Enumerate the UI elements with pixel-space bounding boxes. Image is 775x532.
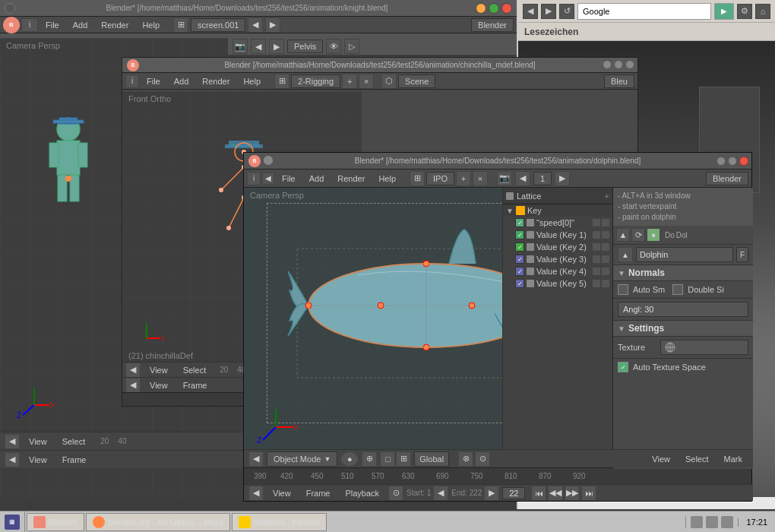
dolph-frame-tl-btn[interactable]: Frame bbox=[300, 487, 337, 499]
dolph-view-icon1[interactable]: □ bbox=[380, 451, 395, 467]
eye-restrict-icon[interactable] bbox=[593, 219, 600, 226]
dolph-mark-menu-b[interactable]: Mark bbox=[718, 453, 748, 465]
dolph-tl-arrow[interactable]: ◀ bbox=[248, 486, 264, 501]
dolph-play-back-btn[interactable]: ◀◀ bbox=[548, 486, 563, 501]
dolph-pivot-btn[interactable]: ● bbox=[340, 451, 359, 467]
global-selector[interactable]: Global bbox=[414, 451, 449, 467]
tray-icon-3[interactable] bbox=[721, 516, 733, 528]
chin-btn2[interactable] bbox=[614, 60, 623, 69]
dolph-workspace-sel[interactable]: IPO bbox=[426, 172, 454, 185]
val3-render-icon[interactable] bbox=[602, 255, 609, 263]
chin-file-menu[interactable]: File bbox=[141, 75, 166, 87]
dolph-camera2-icon[interactable]: 📷 bbox=[497, 171, 512, 186]
outliner-val4-row[interactable]: ✓ Value (Key 4) bbox=[503, 265, 612, 277]
dolph-render-menu[interactable]: Render bbox=[331, 173, 371, 185]
pelvis-selector[interactable]: Pelvis bbox=[287, 40, 323, 53]
dolph-next-key-btn[interactable]: ⏭ bbox=[581, 486, 596, 501]
dolph-min-btn[interactable] bbox=[716, 157, 726, 166]
render-restrict-icon[interactable] bbox=[602, 219, 609, 226]
val2-eye-icon[interactable] bbox=[593, 243, 600, 251]
main-maximize-btn[interactable] bbox=[489, 3, 499, 14]
dolph-end-arrow-r[interactable]: ▶ bbox=[484, 486, 499, 501]
chin-view-icon1[interactable]: ◀ bbox=[125, 363, 141, 378]
browser-back-btn[interactable]: ◀ bbox=[523, 4, 538, 19]
browser-prefs-btn[interactable]: ⚙ bbox=[737, 4, 752, 19]
dolph-frame-num[interactable]: 1 bbox=[533, 172, 552, 185]
dolph-close-btn[interactable] bbox=[739, 157, 748, 166]
dolph-mode-arrow[interactable]: ◀ bbox=[248, 451, 264, 467]
main-tl-left-btn[interactable]: ◀ bbox=[5, 452, 20, 467]
tray-icon-2[interactable] bbox=[706, 516, 718, 528]
outliner-speed-row[interactable]: ✓ "speed[0]" bbox=[503, 217, 612, 229]
val3-check[interactable]: ✓ bbox=[515, 255, 524, 264]
normals-section-header[interactable]: ▼ Normals bbox=[613, 265, 753, 281]
settings-section-header[interactable]: ▼ Settings bbox=[613, 321, 753, 337]
outliner-val1-row[interactable]: ✓ Value (Key 1) bbox=[503, 229, 612, 241]
menu-file-main[interactable]: File bbox=[40, 19, 65, 31]
dolph-play-fwd-btn[interactable]: ▶▶ bbox=[565, 486, 580, 501]
menu-help-main[interactable]: Help bbox=[136, 19, 166, 31]
val4-render-icon[interactable] bbox=[602, 268, 609, 275]
val2-check[interactable]: ✓ bbox=[515, 242, 524, 252]
val1-render-icon[interactable] bbox=[602, 231, 609, 239]
dolph-start-arrow-l[interactable]: ◀ bbox=[433, 486, 448, 501]
screen-right-icon[interactable]: ▶ bbox=[265, 17, 280, 33]
taskbar-item-firefox[interactable]: blender.org - Art Gallery - Mozil bbox=[86, 513, 230, 531]
val5-check[interactable]: ✓ bbox=[515, 279, 524, 288]
engine-selector[interactable]: Blender bbox=[471, 18, 514, 32]
main-view-tl[interactable]: View bbox=[23, 454, 53, 466]
dolph-play-icon[interactable]: ⊙ bbox=[388, 486, 403, 501]
double-side-checkbox[interactable] bbox=[672, 284, 683, 295]
dolph-max-btn[interactable] bbox=[728, 157, 737, 166]
browser-fwd-btn[interactable]: ▶ bbox=[541, 4, 556, 19]
val2-render-icon[interactable] bbox=[602, 243, 609, 251]
main-frame-tl[interactable]: Frame bbox=[56, 454, 93, 466]
outliner-plus[interactable]: + bbox=[605, 192, 609, 201]
browser-reload-btn[interactable]: ↺ bbox=[559, 4, 574, 19]
dolph-icon-b[interactable]: ⊙ bbox=[475, 451, 490, 467]
dolph-frame-right[interactable]: ▶ bbox=[555, 171, 570, 186]
dolph-help-menu[interactable]: Help bbox=[372, 173, 402, 185]
outliner-val2-row[interactable]: ✓ Value (Key 2) bbox=[503, 241, 612, 253]
browser-home-btn[interactable]: ⌂ bbox=[755, 4, 770, 19]
screen-left-icon[interactable]: ◀ bbox=[248, 17, 263, 33]
val1-eye-icon[interactable] bbox=[593, 231, 600, 239]
chin-scene-icon[interactable]: ⬡ bbox=[381, 74, 397, 89]
chin-render-menu[interactable]: Render bbox=[196, 75, 236, 87]
dolph-btn1[interactable] bbox=[263, 155, 274, 166]
start-icon[interactable]: ▦ bbox=[5, 515, 20, 530]
restrict-icon[interactable]: ▷ bbox=[344, 39, 359, 54]
val1-check[interactable]: ✓ bbox=[515, 230, 524, 239]
chin-workspace-sel[interactable]: 2-Rigging bbox=[291, 74, 340, 88]
outliner-key-row[interactable]: ▼ Key bbox=[503, 204, 612, 217]
dolph-view-tl-btn[interactable]: View bbox=[267, 487, 297, 499]
texture-input[interactable] bbox=[660, 340, 748, 355]
chin-frame-btn2[interactable]: Frame bbox=[177, 379, 214, 391]
main-select-menu[interactable]: Select bbox=[56, 435, 92, 448]
chin-view-btn1[interactable]: View bbox=[144, 364, 174, 376]
camera-icon[interactable]: 📷 bbox=[232, 39, 248, 54]
chin-view-btn2[interactable]: View bbox=[144, 379, 174, 391]
main-minimize-btn[interactable] bbox=[476, 3, 486, 14]
browser-address-input[interactable] bbox=[577, 3, 711, 20]
dolph-icon-a[interactable]: ⊗ bbox=[458, 451, 473, 467]
main-view-btn[interactable]: ◀ bbox=[5, 434, 20, 449]
browser-go-btn[interactable]: ▶ bbox=[714, 3, 734, 20]
pelvis-left-icon[interactable]: ◀ bbox=[251, 39, 266, 54]
dolphin-f-btn[interactable]: F bbox=[736, 247, 748, 262]
val5-render-icon[interactable] bbox=[602, 280, 609, 287]
chin-close-workspace-icon[interactable]: × bbox=[359, 74, 374, 89]
angle-input[interactable]: Angl: 30 bbox=[618, 302, 748, 317]
dolphin-name-input[interactable]: Dolphin bbox=[636, 247, 733, 262]
main-view-menu[interactable]: View bbox=[23, 435, 53, 448]
chin-grid-icon[interactable]: ⊞ bbox=[274, 74, 289, 89]
speed-check[interactable]: ✓ bbox=[515, 218, 524, 227]
chin-select-btn1[interactable]: Select bbox=[177, 364, 213, 376]
dolph-add-ws-icon[interactable]: + bbox=[456, 171, 471, 186]
info-icon[interactable]: i bbox=[21, 18, 38, 32]
chin-scene-sel[interactable]: Scene bbox=[398, 74, 435, 88]
pelvis-right-icon[interactable]: ▶ bbox=[269, 39, 284, 54]
dolph-file-menu[interactable]: File bbox=[276, 173, 302, 185]
dolph-play-tl-btn[interactable]: Playback bbox=[339, 487, 385, 499]
auto-smooth-checkbox[interactable] bbox=[618, 284, 628, 295]
